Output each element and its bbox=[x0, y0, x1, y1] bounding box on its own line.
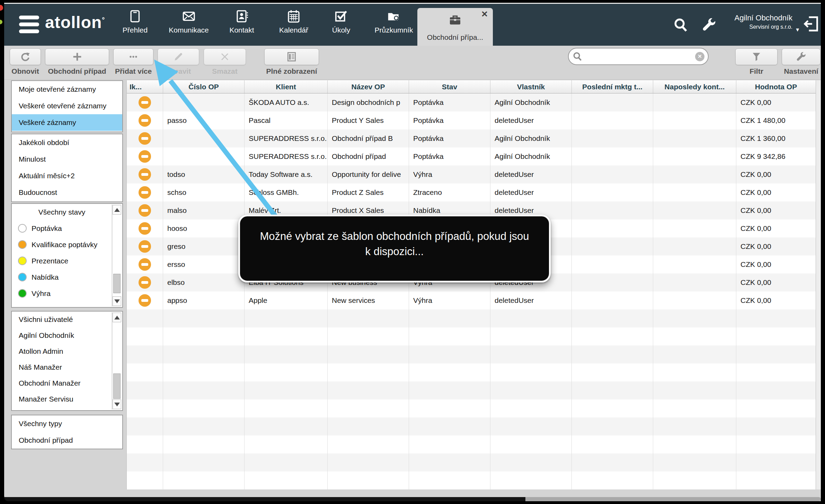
background-window-red-dot bbox=[0, 5, 3, 11]
period-filter-budoucnost[interactable]: Budoucnost bbox=[12, 184, 122, 201]
toolbar: ✕ Obnovit Obchodní případ Přidat více Up… bbox=[4, 46, 821, 80]
column-header-vlastnik[interactable]: Vlastník bbox=[490, 80, 572, 93]
nav-item-pruzkumnik[interactable]: Průzkumník bbox=[375, 9, 413, 34]
logout-icon[interactable] bbox=[804, 15, 819, 33]
record-status-icon bbox=[139, 114, 151, 127]
user-dropdown-caret-icon[interactable]: ▼ bbox=[795, 27, 800, 33]
obnovit-button[interactable]: Obnovit bbox=[10, 48, 41, 75]
nav-item-kontakt[interactable]: Kontakt bbox=[229, 9, 254, 34]
status-filter-nabidka[interactable]: Nabídka bbox=[12, 269, 112, 285]
status-filter-vyhra[interactable]: Výhra bbox=[12, 285, 112, 302]
cell-posledni-mktg-t bbox=[572, 399, 653, 417]
status-filter-prezentace[interactable]: Prezentace bbox=[12, 253, 112, 269]
nav-item-ukoly[interactable]: Úkoly bbox=[332, 9, 351, 34]
nav-item-kalendar[interactable]: Kalendář bbox=[279, 9, 308, 34]
user-menu[interactable]: Agilní Obchodník Servisní org s.r.o. bbox=[734, 14, 792, 30]
status-color-dot bbox=[18, 256, 27, 265]
cell-naposledy-kont bbox=[653, 93, 736, 111]
scroll-up-icon[interactable] bbox=[113, 205, 121, 215]
table-row[interactable]: SUPERADDRESS s.r.o.Obchodní případPoptáv… bbox=[127, 147, 821, 165]
cell-hodnota-op: CZK 0,00 bbox=[736, 237, 816, 255]
horizontal-scrollbar-track[interactable] bbox=[525, 497, 821, 501]
cell-naposledy-kont bbox=[653, 129, 736, 147]
status-filter-poptavka[interactable]: Poptávka bbox=[12, 220, 112, 236]
scroll-down-icon[interactable] bbox=[113, 296, 121, 306]
cell-posledni-mktg-t bbox=[572, 453, 653, 471]
scroll-up-icon[interactable] bbox=[113, 313, 121, 322]
table-row[interactable]: schsoSchloss GMBh.Product Z SalesZtracen… bbox=[127, 183, 821, 201]
status-label: Prezentace bbox=[32, 257, 68, 265]
status-color-dot bbox=[18, 289, 27, 298]
pridat-vice-button[interactable]: Přidat více bbox=[113, 48, 153, 75]
status-label: Poptávka bbox=[32, 224, 62, 233]
cell-cislo-op: schso bbox=[163, 183, 245, 201]
cell-stav bbox=[409, 399, 490, 417]
table-row-empty bbox=[127, 435, 821, 453]
tab-close-icon[interactable]: ✕ bbox=[481, 9, 488, 19]
table-row[interactable]: SUPERADDRESS s.r.o.Obchodní případ BPopt… bbox=[127, 129, 821, 147]
user-filter-vsichni-uzivatele[interactable]: Všichni uživatelé bbox=[12, 312, 112, 327]
type-filter-panel: Všechny typyObchodní případ bbox=[11, 415, 123, 449]
status-label: Kvalifikace poptávky bbox=[32, 241, 97, 249]
nastaveni-button[interactable]: Nastavení bbox=[782, 48, 820, 75]
column-header-hodnota-op[interactable]: Hodnota OP bbox=[736, 80, 816, 93]
plne-zobrazeni-button[interactable]: Plné zobrazení bbox=[264, 48, 319, 75]
filtr-button[interactable]: Filtr bbox=[735, 48, 778, 75]
user-filter-agilni-obchodnik[interactable]: Agilní Obchodník bbox=[12, 327, 112, 343]
table-row[interactable]: passoPascalProduct Y SalesPoptávkadelete… bbox=[127, 111, 821, 129]
column-header-posledni-mktg-t[interactable]: Poslední mktg t... bbox=[572, 80, 653, 93]
period-filter-aktualni-mesic-2[interactable]: Aktuální měsíc+2 bbox=[12, 168, 122, 184]
period-filter-minulost[interactable]: Minulost bbox=[12, 151, 122, 168]
type-filter-obchodni-pripad[interactable]: Obchodní případ bbox=[12, 432, 122, 449]
search-input[interactable] bbox=[583, 52, 695, 61]
tab-obchodni-pripad[interactable]: ✕ Obchodní přípa... bbox=[417, 8, 493, 46]
cell-stav bbox=[409, 417, 490, 435]
icon-cell bbox=[127, 471, 163, 489]
scroll-down-icon[interactable] bbox=[113, 399, 121, 409]
column-header-nazev-op[interactable]: Název OP bbox=[328, 80, 409, 93]
user-filter-obchodni-manazer[interactable]: Obchodní Manažer bbox=[12, 375, 112, 391]
obchodni-pripad-button[interactable]: Obchodní případ bbox=[45, 48, 109, 75]
status-filter-panel: Všechny stavy Poptávka Kvalifikace poptá… bbox=[11, 203, 123, 308]
type-filter-vsechny-typy[interactable]: Všechny typy bbox=[12, 415, 122, 432]
column-header-klient[interactable]: Klient bbox=[245, 80, 328, 93]
column-header-cislo-op[interactable]: Číslo OP bbox=[163, 80, 245, 93]
status-filter-vsechny-stavy[interactable]: Všechny stavy bbox=[12, 204, 112, 220]
period-filter-jakekoli-obdobi[interactable]: Jakékoli období bbox=[12, 134, 122, 151]
search-icon[interactable] bbox=[673, 17, 689, 33]
horizontal-scrollbar-thumb[interactable] bbox=[4, 497, 525, 501]
cell-hodnota-op bbox=[736, 453, 816, 471]
records-filter-moje-otevrene-zaznamy[interactable]: Moje otevřené záznamy bbox=[12, 81, 122, 98]
tools-icon[interactable] bbox=[701, 17, 717, 33]
column-header-ik[interactable]: Ik... bbox=[127, 80, 163, 93]
table-row-empty bbox=[127, 345, 821, 363]
clear-search-icon[interactable]: ✕ bbox=[695, 52, 704, 61]
user-filter-nas-manazer[interactable]: Náš Manažer bbox=[12, 359, 112, 375]
user-filter-manazer-servisu[interactable]: Manažer Servisu bbox=[12, 391, 112, 407]
button-label: Filtr bbox=[735, 67, 778, 75]
column-header-naposledy-kont[interactable]: Naposledy kont... bbox=[653, 80, 736, 93]
records-filter-veskere-zaznamy[interactable]: Veškeré záznamy bbox=[12, 114, 122, 131]
nav-item-prehled[interactable]: Přehled bbox=[123, 9, 148, 34]
cell-klient: SUPERADDRESS s.r.o. bbox=[245, 147, 328, 165]
records-filter-veskere-otevrene-zaznamy[interactable]: Veškeré otevřené záznamy bbox=[12, 98, 122, 114]
user-filter-atollon-admin[interactable]: Atollon Admin bbox=[12, 343, 112, 359]
app-window: { "header": { "logo": "atollon", "logo_m… bbox=[0, 0, 825, 504]
table-vertical-scrollbar[interactable] bbox=[816, 80, 821, 489]
status-filter-kvalifikace-poptavky[interactable]: Kvalifikace poptávky bbox=[12, 236, 112, 253]
nav-item-komunikace[interactable]: Komunikace bbox=[169, 9, 209, 34]
cell-naposledy-kont bbox=[653, 273, 736, 291]
cell-stav bbox=[409, 435, 490, 453]
column-header-stav[interactable]: Stav bbox=[409, 80, 490, 93]
scrollbar-thumb[interactable] bbox=[113, 274, 121, 293]
cell-cislo-op bbox=[163, 309, 245, 327]
table-row[interactable]: appsoAppleNew servicesVýhradeletedUserCZ… bbox=[127, 291, 821, 309]
table-row[interactable]: ŠKODA AUTO a.s.Design obchodních pPoptáv… bbox=[127, 93, 821, 111]
nav-label: Úkoly bbox=[332, 26, 351, 34]
cell-vlastnik bbox=[490, 345, 572, 363]
cell-vlastnik: deletedUser bbox=[490, 183, 572, 201]
cell-cislo-op bbox=[163, 381, 245, 399]
hamburger-menu-icon[interactable] bbox=[19, 16, 39, 34]
scrollbar-thumb[interactable] bbox=[113, 374, 121, 399]
table-row[interactable]: todsoToday Software a.s.Opportunity for … bbox=[127, 165, 821, 183]
